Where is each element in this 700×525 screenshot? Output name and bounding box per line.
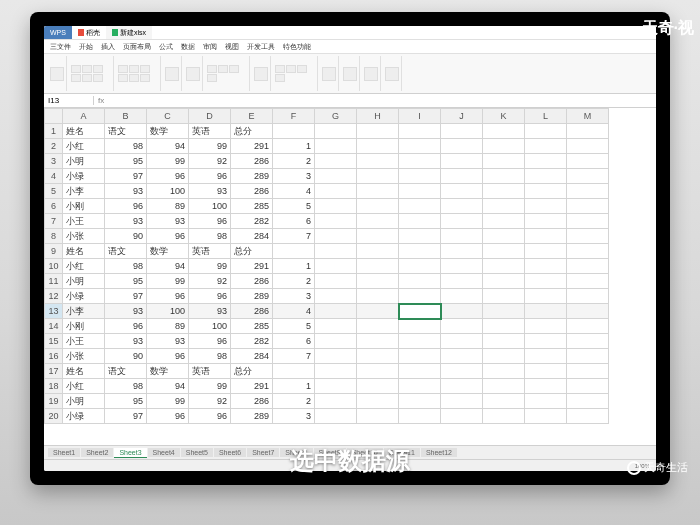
cell[interactable]: 小绿 xyxy=(63,169,105,184)
cell[interactable]: 小红 xyxy=(63,259,105,274)
ribbon-btn[interactable] xyxy=(218,65,228,73)
cell[interactable]: 94 xyxy=(147,379,189,394)
col-header[interactable]: E xyxy=(231,109,273,124)
cell[interactable] xyxy=(399,319,441,334)
cell[interactable]: 数学 xyxy=(147,364,189,379)
cell[interactable]: 282 xyxy=(231,334,273,349)
row-header[interactable]: 9 xyxy=(45,244,63,259)
menu-item[interactable]: 审阅 xyxy=(203,42,217,52)
ribbon-btn[interactable] xyxy=(297,65,307,73)
cell[interactable] xyxy=(315,214,357,229)
cell[interactable]: 94 xyxy=(147,259,189,274)
col-header[interactable]: B xyxy=(105,109,147,124)
cell[interactable]: 93 xyxy=(105,214,147,229)
row-header[interactable]: 11 xyxy=(45,274,63,289)
cell[interactable] xyxy=(525,334,567,349)
row-header[interactable]: 3 xyxy=(45,154,63,169)
cell[interactable] xyxy=(525,124,567,139)
row-header[interactable]: 13 xyxy=(45,304,63,319)
cell[interactable] xyxy=(399,214,441,229)
cell[interactable] xyxy=(483,394,525,409)
cell[interactable] xyxy=(441,244,483,259)
cell[interactable]: 89 xyxy=(147,319,189,334)
cell[interactable] xyxy=(357,259,399,274)
cell[interactable]: 99 xyxy=(147,154,189,169)
cell[interactable]: 6 xyxy=(273,334,315,349)
row-header[interactable]: 6 xyxy=(45,199,63,214)
cell[interactable]: 3 xyxy=(273,289,315,304)
ribbon-btn[interactable] xyxy=(286,65,296,73)
cell[interactable]: 99 xyxy=(147,274,189,289)
menu-item[interactable]: 视图 xyxy=(225,42,239,52)
cell[interactable]: 99 xyxy=(189,259,231,274)
ribbon-btn[interactable] xyxy=(275,65,285,73)
row-header[interactable]: 20 xyxy=(45,409,63,424)
col-header[interactable]: M xyxy=(567,109,609,124)
cell[interactable] xyxy=(525,319,567,334)
cell[interactable]: 97 xyxy=(105,409,147,424)
cell[interactable]: 92 xyxy=(189,154,231,169)
cell[interactable]: 小红 xyxy=(63,379,105,394)
cell[interactable] xyxy=(273,244,315,259)
cell[interactable]: 90 xyxy=(105,229,147,244)
col-header[interactable]: K xyxy=(483,109,525,124)
cell[interactable] xyxy=(525,154,567,169)
ribbon-btn[interactable] xyxy=(71,74,81,82)
cell[interactable] xyxy=(483,169,525,184)
cell[interactable] xyxy=(567,409,609,424)
fx-label[interactable]: fx xyxy=(94,96,108,105)
cell-reference[interactable]: I13 xyxy=(44,96,94,105)
cell[interactable]: 98 xyxy=(105,259,147,274)
cell[interactable] xyxy=(483,154,525,169)
cell[interactable]: 4 xyxy=(273,304,315,319)
row-header[interactable]: 15 xyxy=(45,334,63,349)
cell[interactable] xyxy=(525,364,567,379)
cell[interactable]: 96 xyxy=(147,169,189,184)
cell[interactable]: 99 xyxy=(147,394,189,409)
cell[interactable] xyxy=(441,154,483,169)
cell[interactable] xyxy=(567,169,609,184)
cell[interactable] xyxy=(357,214,399,229)
cell[interactable]: 98 xyxy=(105,379,147,394)
cell[interactable]: 总分 xyxy=(231,244,273,259)
cell[interactable] xyxy=(483,199,525,214)
cell[interactable]: 小刚 xyxy=(63,319,105,334)
cell[interactable] xyxy=(357,184,399,199)
ribbon-btn[interactable] xyxy=(129,74,139,82)
cell[interactable] xyxy=(525,169,567,184)
cell[interactable]: 95 xyxy=(105,274,147,289)
cell[interactable] xyxy=(441,349,483,364)
cell[interactable]: 97 xyxy=(105,169,147,184)
cell[interactable]: 90 xyxy=(105,349,147,364)
cell[interactable] xyxy=(483,409,525,424)
cell[interactable] xyxy=(315,379,357,394)
cell[interactable] xyxy=(525,214,567,229)
cell[interactable] xyxy=(441,334,483,349)
cell[interactable] xyxy=(399,304,441,319)
cell[interactable] xyxy=(315,169,357,184)
cell[interactable] xyxy=(357,304,399,319)
cell[interactable]: 96 xyxy=(147,409,189,424)
cell[interactable]: 96 xyxy=(189,214,231,229)
paste-button[interactable] xyxy=(50,67,64,81)
cell[interactable] xyxy=(441,394,483,409)
cell[interactable]: 286 xyxy=(231,304,273,319)
cell[interactable] xyxy=(357,199,399,214)
cell[interactable]: 语文 xyxy=(105,124,147,139)
cell[interactable] xyxy=(567,199,609,214)
col-header[interactable]: G xyxy=(315,109,357,124)
cell[interactable]: 英语 xyxy=(189,244,231,259)
cell[interactable] xyxy=(483,334,525,349)
cell[interactable] xyxy=(399,289,441,304)
cell[interactable]: 6 xyxy=(273,214,315,229)
cell[interactable] xyxy=(399,334,441,349)
cell[interactable] xyxy=(441,289,483,304)
sheet-tab[interactable]: Sheet12 xyxy=(421,448,457,457)
sum-button[interactable] xyxy=(322,67,336,81)
ribbon-btn[interactable] xyxy=(93,65,103,73)
cell[interactable]: 1 xyxy=(273,379,315,394)
cell[interactable] xyxy=(567,244,609,259)
cell[interactable] xyxy=(567,349,609,364)
cell[interactable] xyxy=(441,199,483,214)
ribbon-btn[interactable] xyxy=(118,65,128,73)
